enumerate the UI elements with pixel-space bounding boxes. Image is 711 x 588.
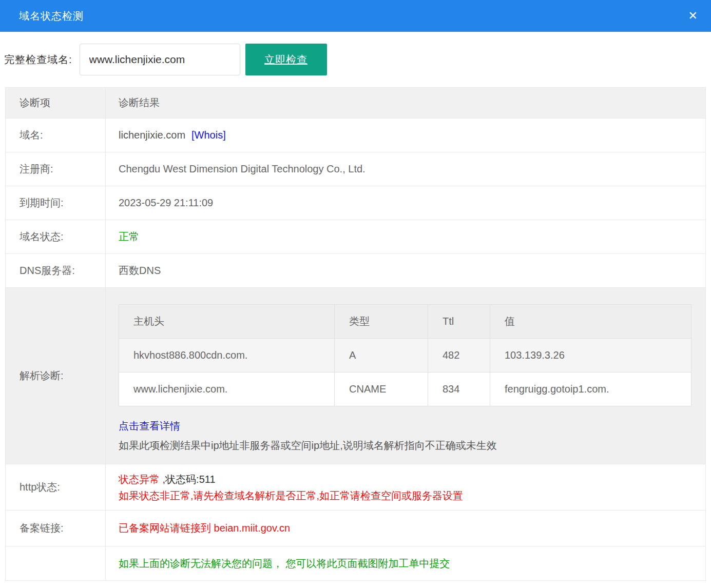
row-expire-label: 到期时间:	[6, 186, 106, 220]
header-item: 诊断项	[6, 88, 106, 119]
row-dns: DNS服务器: 西数DNS	[6, 254, 706, 288]
records-header-ttl: Ttl	[428, 305, 490, 339]
row-expire: 到期时间: 2023-05-29 21:11:09	[6, 186, 706, 220]
domain-input-label: 完整检查域名:	[4, 53, 72, 67]
record-type: CNAME	[335, 373, 428, 406]
row-domain-label: 域名:	[6, 119, 106, 152]
row-http-status: http状态: 状态异常 ,状态码:511 如果状态非正常,请先检查域名解析是否…	[6, 464, 706, 511]
records-header-value: 值	[490, 305, 691, 339]
record-host: www.lichenjixie.com.	[119, 373, 335, 406]
dialog-title: 域名状态检测	[19, 9, 84, 23]
record-ttl: 834	[428, 373, 490, 406]
header-result: 诊断结果	[106, 88, 706, 119]
domain-check-form: 完整检查域名: 立即检查	[4, 44, 711, 75]
row-resolution: 解析诊断: 主机头 类型 Ttl 值 hkvhost886.800cdn.com…	[6, 288, 706, 464]
row-http-status-label: http状态:	[6, 464, 106, 511]
beian-value: 已备案网站请链接到 beian.miit.gov.cn	[119, 522, 290, 534]
view-details-link[interactable]: 点击查看详情	[119, 419, 180, 433]
records-header-type: 类型	[335, 305, 428, 339]
http-status-note: 如果状态非正常,请先检查域名解析是否正常,如正常请检查空间或服务器设置	[119, 487, 705, 504]
row-resolution-label: 解析诊断:	[6, 288, 106, 464]
dns-value: 西数DNS	[106, 254, 706, 288]
record-row: hkvhost886.800cdn.com. A 482 103.139.3.2…	[119, 339, 691, 373]
http-status-value: 状态异常	[119, 474, 160, 485]
dialog-titlebar: 域名状态检测 ✕	[0, 0, 711, 32]
record-value: 103.139.3.26	[490, 339, 691, 373]
record-type: A	[335, 339, 428, 373]
registrar-value: Chengdu West Dimension Digital Technolog…	[106, 152, 706, 186]
records-header-host: 主机头	[119, 305, 335, 339]
domain-status-value: 正常	[119, 231, 139, 242]
record-value: fengruigg.gotoip1.com.	[490, 373, 691, 406]
footer-note: 如果上面的诊断无法解决您的问题， 您可以将此页面截图附加工单中提交	[119, 558, 450, 569]
row-dns-label: DNS服务器:	[6, 254, 106, 288]
row-beian: 备案链接: 已备案网站请链接到 beian.miit.gov.cn	[6, 511, 706, 546]
expire-value: 2023-05-29 21:11:09	[106, 186, 706, 220]
row-domain: 域名: lichenjixie.com[Whois]	[6, 119, 706, 152]
domain-input[interactable]	[80, 44, 240, 75]
row-beian-label: 备案链接:	[6, 511, 106, 546]
close-icon[interactable]: ✕	[688, 10, 698, 22]
row-domain-status-label: 域名状态:	[6, 220, 106, 254]
row-footer: 如果上面的诊断无法解决您的问题， 您可以将此页面截图附加工单中提交	[6, 546, 706, 581]
record-ttl: 482	[428, 339, 490, 373]
row-registrar: 注册商: Chengdu West Dimension Digital Tech…	[6, 152, 706, 186]
table-header-row: 诊断项 诊断结果	[6, 88, 706, 119]
resolution-note: 如果此项检测结果中ip地址非服务器或空间ip地址,说明域名解析指向不正确或未生效	[119, 439, 690, 453]
records-header-row: 主机头 类型 Ttl 值	[119, 305, 691, 339]
row-registrar-label: 注册商:	[6, 152, 106, 186]
dns-records-table: 主机头 类型 Ttl 值 hkvhost886.800cdn.com. A 48…	[119, 304, 691, 406]
http-status-code: ,状态码:511	[160, 474, 216, 485]
row-domain-status: 域名状态: 正常	[6, 220, 706, 254]
whois-link[interactable]: [Whois]	[191, 129, 226, 141]
diagnostic-table: 诊断项 诊断结果 域名: lichenjixie.com[Whois] 注册商:…	[5, 87, 706, 581]
record-host: hkvhost886.800cdn.com.	[119, 339, 335, 373]
check-now-button[interactable]: 立即检查	[245, 44, 327, 75]
domain-value: lichenjixie.com	[119, 129, 185, 141]
row-footer-label	[6, 546, 106, 581]
record-row: www.lichenjixie.com. CNAME 834 fengruigg…	[119, 373, 691, 406]
